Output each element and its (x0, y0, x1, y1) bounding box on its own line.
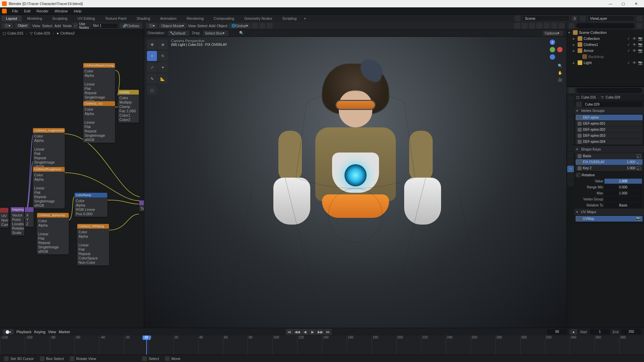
search-icon[interactable]: 🔍 (239, 31, 244, 35)
node-graph[interactable]: Clothes2BaseCol.pngColorAlphaLinearFlatR… (0, 37, 144, 328)
tab-compositing[interactable]: Compositing (209, 15, 239, 21)
tab-viewlayer[interactable] (567, 109, 574, 116)
tab-modeling[interactable]: Modeling (22, 15, 47, 21)
shader-mode[interactable]: Object (15, 23, 30, 28)
tab-output[interactable] (567, 102, 574, 109)
next-key[interactable]: ▶▶ (317, 329, 324, 335)
range-min[interactable]: 0.000 (604, 185, 642, 190)
tool-select[interactable]: ✥ (147, 40, 157, 50)
tl-menu-marker[interactable]: Marker (59, 330, 70, 334)
tab-texpaint[interactable]: Texture Paint (100, 15, 131, 21)
shader-node[interactable]: Clothes2_NRMpngColorAlphaLinearFlatRepea… (77, 224, 109, 265)
tl-menu-keying[interactable]: Keying (34, 330, 46, 334)
section-uv-maps[interactable]: ▾UV Maps (574, 208, 644, 215)
outliner-backdrop[interactable]: Backdrop (567, 54, 644, 60)
tab-rendering[interactable]: Rendering (182, 15, 208, 21)
shader-node[interactable]: Clothes2_alphaompColorAlphaLinearFlatRep… (37, 213, 69, 254)
tab-modifier[interactable] (567, 137, 574, 144)
shapekey-value[interactable]: 1.000 (604, 179, 642, 184)
tab-render[interactable] (567, 95, 574, 102)
drag-action[interactable]: Select Box ▾ (203, 31, 228, 36)
tab-geonodes[interactable]: Geometry Nodes (239, 15, 277, 21)
gizmo-toggle[interactable] (514, 23, 520, 29)
shader-node[interactable]: Clothes2BaseCol.pngColorAlphaLinearFlatR… (83, 63, 115, 105)
outliner-search[interactable] (576, 23, 635, 28)
vertex-groups-list[interactable]: DEF-spine DEF-spine.001 DEF-spine.002 DE… (574, 114, 644, 145)
add-workspace[interactable]: + (302, 16, 308, 20)
viewlayer-field[interactable] (588, 15, 635, 21)
maximize-button[interactable]: ▢ (617, 0, 629, 7)
relative-checkbox[interactable]: ✓ (576, 173, 580, 177)
outliner-collection[interactable]: ▸Collection✓👁📷 (567, 36, 644, 42)
autokey-icon[interactable]: ● (570, 329, 577, 335)
menu-file[interactable]: File (9, 8, 21, 14)
tab-physics[interactable] (567, 152, 574, 158)
axis-x[interactable] (557, 47, 562, 52)
shader-node[interactable]: UVNormalCamera (0, 208, 8, 228)
shader-menu-view[interactable]: View (32, 24, 40, 28)
menu-render[interactable]: Render (34, 8, 51, 14)
tool-measure[interactable]: 📐 (158, 74, 168, 84)
tool-cursor[interactable]: ⊕ (158, 40, 168, 50)
tab-material[interactable] (567, 173, 574, 179)
outliner-armor[interactable]: ▸Armor✓👁📷 (567, 48, 644, 54)
play[interactable]: ▶ (309, 329, 316, 335)
slot-field[interactable] (91, 23, 118, 28)
vp-menu-object[interactable]: Object (217, 24, 227, 28)
tab-object[interactable] (567, 130, 574, 137)
start-frame[interactable]: 1 (590, 329, 610, 335)
scene-icon[interactable] (515, 15, 521, 21)
playhead[interactable]: 68 (146, 336, 147, 355)
crumb-material[interactable]: ● Clothes2 (57, 31, 75, 35)
xray-toggle[interactable] (529, 23, 535, 29)
timeline-track[interactable]: 68 -120-100-80-60-40-2002040608010012014… (0, 336, 644, 355)
use-nodes-checkbox[interactable]: ✓ (74, 23, 77, 28)
tab-uv[interactable]: UV Editing (73, 15, 100, 21)
shader-node[interactable]: Tangent (139, 200, 144, 212)
tab-world[interactable] (567, 123, 574, 130)
tool-addcube[interactable]: ▢ (147, 85, 157, 95)
crumb-mesh[interactable]: ▽ Cube.029 (30, 31, 50, 36)
material-dropdown[interactable]: 🔗 Clothes (120, 23, 142, 28)
tab-constraint[interactable] (567, 159, 574, 165)
prev-key[interactable]: ◀◀ (293, 329, 301, 335)
outliner[interactable]: ▾Scene Collection ▸Collection✓👁📷 ▸Clothe… (567, 29, 644, 86)
tab-animation[interactable]: Animation (156, 15, 181, 21)
orientation-preset[interactable]: 🔧 Default (168, 31, 190, 36)
editor-type-icon[interactable]: ⬛▾ (2, 23, 13, 28)
shader-node[interactable]: Clothes2_AOColorAlphaLinearFlatRepeatSin… (83, 101, 115, 143)
minimize-button[interactable]: — (604, 0, 616, 7)
section-vertex-groups[interactable]: ▾Vertex Groups (574, 107, 644, 114)
overlay-toggle[interactable] (522, 23, 528, 29)
tab-particles[interactable] (567, 144, 574, 151)
jump-end[interactable]: ⏭ (324, 329, 332, 335)
orientation-dropdown[interactable]: 🌐 Global ▾ (229, 23, 251, 28)
tab-scene[interactable] (567, 116, 574, 123)
editor-type-3d[interactable]: ⬛▾ (146, 23, 157, 28)
tool-annotate[interactable]: ✎ (147, 74, 157, 84)
shading-rendered[interactable] (558, 23, 565, 29)
shader-menu-add[interactable]: Add (54, 24, 61, 28)
shader-menu-select[interactable]: Select (42, 24, 53, 28)
viewlayer-count[interactable]: 3 (572, 15, 578, 21)
menu-edit[interactable]: Edit (21, 8, 33, 14)
outliner-clothes1[interactable]: ▸Clothes1✓👁📷 (567, 42, 644, 48)
snap-type[interactable] (259, 23, 265, 29)
menu-help[interactable]: Help (71, 8, 84, 14)
tool-transform[interactable]: ✦ (158, 62, 168, 72)
props-search[interactable] (576, 88, 642, 93)
uv-maps-list[interactable]: UVMap📷 (574, 215, 644, 223)
axis-neg[interactable] (550, 54, 555, 60)
vp-menu-select[interactable]: Select (197, 24, 208, 28)
tab-scripting[interactable]: Scripting (277, 15, 301, 21)
tab-shading[interactable]: Shading (132, 15, 155, 21)
timeline-type[interactable]: 🕒▾ (3, 329, 14, 335)
proportional-edit[interactable] (267, 23, 273, 29)
menu-window[interactable]: Window (52, 8, 70, 14)
new-viewlayer[interactable] (637, 15, 643, 21)
range-max[interactable]: 1.000 (604, 191, 642, 196)
outliner-type[interactable] (569, 23, 574, 28)
outliner-filter[interactable] (637, 23, 642, 28)
vp-menu-view[interactable]: View (188, 24, 196, 28)
pan-icon[interactable]: ✋ (558, 71, 562, 75)
